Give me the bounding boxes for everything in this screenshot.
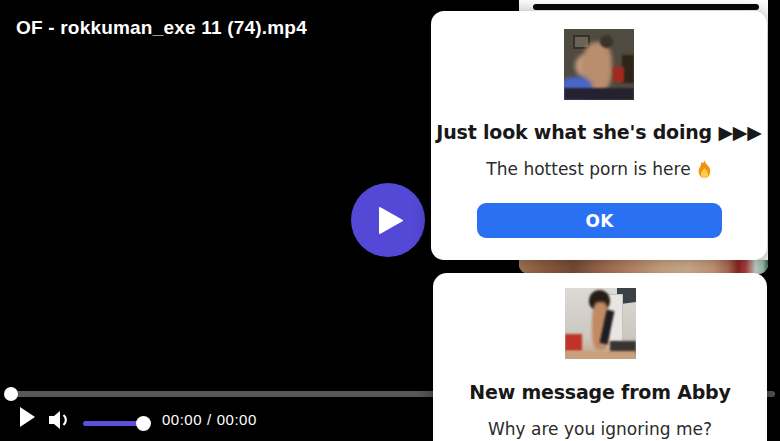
thumb-floor: [565, 351, 636, 359]
big-play-button[interactable]: [351, 183, 425, 257]
thumb-bed: [564, 88, 634, 100]
time-separator: /: [202, 411, 217, 428]
popup-hot-heading: Just look what she's doing ▶▶▶: [431, 121, 767, 143]
play-icon: [20, 407, 35, 427]
fire-icon: [697, 160, 712, 178]
seek-handle[interactable]: [4, 387, 18, 401]
ok-button[interactable]: OK: [477, 203, 722, 238]
current-time: 00:00: [162, 411, 202, 428]
time-display: 00:00/00:00: [162, 411, 257, 428]
popup-ad-hot: Just look what she's doing ▶▶▶ The hotte…: [431, 11, 767, 260]
popup-hot-subtitle-text: The hottest porn is here: [486, 159, 690, 179]
background-ad-image-strip: [519, 260, 768, 274]
ad-thumbnail-selfie[interactable]: [565, 288, 636, 359]
big-play-icon: [379, 207, 403, 234]
popup-hot-subtitle: The hottest porn is here: [431, 159, 767, 179]
thumb-hair-bun: [600, 35, 613, 48]
ad-thumbnail-bedroom[interactable]: [564, 29, 634, 100]
video-title: OF - rokkuman_exe 11 (74).mp4: [16, 17, 307, 39]
mute-button[interactable]: [48, 410, 72, 431]
duration: 00:00: [217, 411, 257, 428]
play-button[interactable]: [18, 407, 36, 429]
thumb-red-box: [613, 67, 624, 82]
popup-message-text-span: Why are you ignoring me?: [488, 419, 712, 439]
thumb-red-object: [565, 334, 582, 351]
volume-handle[interactable]: [136, 416, 151, 431]
popup-ad-message: New message from Abby Why are you ignori…: [433, 273, 767, 441]
popup-message-heading: New message from Abby: [433, 381, 767, 403]
popup-message-text: Why are you ignoring me?: [433, 419, 767, 439]
volume-icon: [49, 410, 71, 430]
background-panel-topbar: [533, 4, 759, 10]
